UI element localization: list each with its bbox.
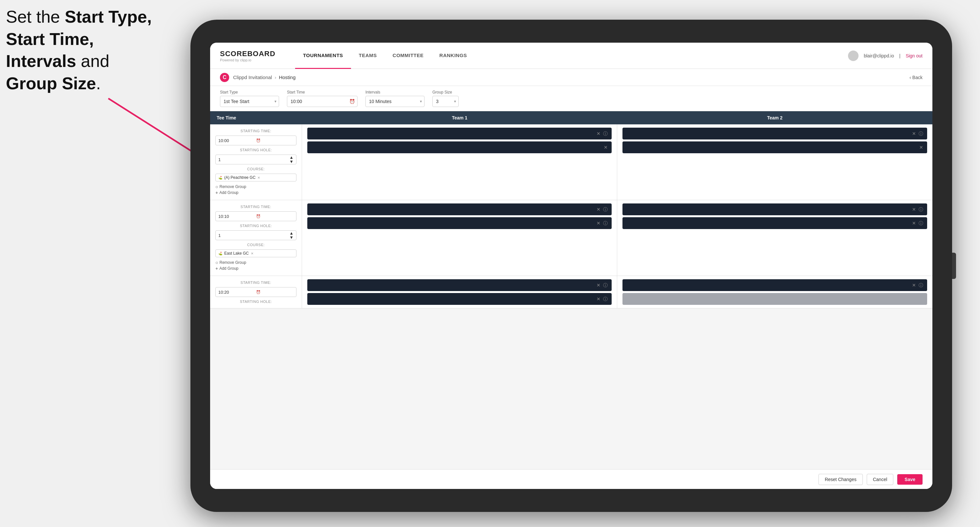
nav-committee[interactable]: COMMITTEE — [385, 43, 432, 69]
breadcrumb: Clippd Invitational › Hosting — [233, 75, 296, 80]
start-time-group: Start Time ⏰ — [287, 90, 358, 107]
table-header: Tee Time Team 1 Team 2 — [210, 111, 932, 124]
annotation-period: . — [96, 74, 100, 93]
breadcrumb-separator: › — [274, 75, 276, 80]
breadcrumb-current: Hosting — [279, 75, 296, 80]
group3-team2: ✕ ⓘ — [617, 276, 932, 308]
tablet-side-button — [952, 253, 956, 279]
player-info-btn[interactable]: ⓘ — [919, 283, 923, 287]
course-remove-btn[interactable]: ✕ — [258, 176, 260, 179]
separator: | — [899, 53, 900, 59]
footer-bar: Reset Changes Cancel Save — [210, 469, 932, 489]
player-info-btn[interactable]: ⓘ — [919, 131, 923, 136]
group-row-2: STARTING TIME: 10:10 ⏰ STARTING HOLE: 1 … — [210, 200, 932, 276]
group2-team1: ✕ ⓘ ✕ ⓘ — [302, 200, 617, 276]
add-group-btn[interactable]: + Add Group — [215, 266, 296, 271]
start-type-select[interactable]: 1st Tee Start Shotgun Start — [220, 96, 279, 107]
player-info-btn[interactable]: ⓘ — [919, 221, 923, 225]
group-size-select-wrapper: 3 2 4 — [433, 96, 459, 107]
clock-icon-sm: ⏰ — [256, 214, 294, 219]
group-size-label: Group Size — [433, 90, 459, 95]
start-type-label: Start Type — [220, 90, 279, 95]
group3-left-panel: STARTING TIME: 10:20 ⏰ STARTING HOLE: — [210, 276, 302, 308]
player-info-btn[interactable]: ⓘ — [603, 207, 608, 212]
group3-team1-player1: ✕ ⓘ — [307, 279, 612, 291]
player-remove-btn[interactable]: ✕ — [597, 207, 600, 212]
player-remove-btn[interactable]: ✕ — [912, 221, 916, 225]
course-remove-btn[interactable]: ✕ — [251, 252, 253, 255]
logo-text: SCOREBOARD — [220, 49, 275, 58]
player-remove-btn[interactable]: ✕ — [604, 145, 608, 150]
group3-starting-time-input[interactable]: 10:20 ⏰ — [215, 287, 296, 297]
player-remove-btn[interactable]: ✕ — [912, 283, 916, 287]
player-remove-btn[interactable]: ✕ — [912, 131, 916, 136]
logo-area: SCOREBOARD Powered by clipp.io — [220, 49, 275, 62]
group1-team1: ✕ ⓘ ✕ — [302, 124, 617, 200]
group-row-1: STARTING TIME: 10:00 ⏰ STARTING HOLE: 1 … — [210, 124, 932, 200]
player-info-btn[interactable]: ⓘ — [603, 221, 608, 225]
avatar — [848, 51, 859, 61]
nav-teams[interactable]: TEAMS — [351, 43, 385, 69]
group1-starting-hole-label: STARTING HOLE: — [215, 148, 296, 152]
annotation-line1: Set the — [6, 7, 65, 26]
nav-rankings[interactable]: RANKINGS — [431, 43, 475, 69]
sign-out-link[interactable]: Sign out — [906, 53, 923, 59]
player-remove-btn[interactable]: ✕ — [597, 297, 600, 301]
player-remove-btn[interactable]: ✕ — [919, 145, 923, 150]
player-info-btn[interactable]: ⓘ — [603, 283, 608, 287]
logo-sub: Powered by clipp.io — [220, 58, 275, 62]
user-email: blair@clippd.io — [864, 53, 894, 59]
group1-course-tag: ⛳ (A) Peachtree GC ✕ — [215, 174, 296, 181]
player-remove-btn[interactable]: ✕ — [597, 283, 600, 287]
group1-team2: ✕ ⓘ ✕ — [617, 124, 932, 200]
player-info-btn[interactable]: ⓘ — [603, 131, 608, 136]
group2-team2-player2: ✕ ⓘ — [622, 217, 927, 229]
content-area: Tee Time Team 1 Team 2 STARTING TIME: 10… — [210, 111, 932, 469]
controls-bar: Start Type 1st Tee Start Shotgun Start S… — [210, 86, 932, 111]
group3-team2-player1: ✕ ⓘ — [622, 279, 927, 291]
group-size-group: Group Size 3 2 4 — [433, 90, 459, 107]
group2-left-panel: STARTING TIME: 10:10 ⏰ STARTING HOLE: 1 … — [210, 200, 302, 276]
remove-group-btn[interactable]: ○ Remove Group — [215, 260, 296, 265]
add-group-btn[interactable]: + Add Group — [215, 190, 296, 195]
annotation-bold3: Intervals — [6, 51, 76, 71]
group2-team1-player2: ✕ ⓘ — [307, 217, 612, 229]
golf-icon: ⛳ — [218, 252, 222, 255]
back-button[interactable]: ‹ Back — [909, 75, 923, 80]
group1-left-panel: STARTING TIME: 10:00 ⏰ STARTING HOLE: 1 … — [210, 124, 302, 200]
player-remove-btn[interactable]: ✕ — [597, 131, 600, 136]
group1-team1-player1: ✕ ⓘ — [307, 128, 612, 140]
annotation-bold1: Start Type, — [65, 7, 152, 26]
golf-icon: ⛳ — [218, 176, 222, 179]
group1-team2-player1: ✕ ⓘ — [622, 128, 927, 140]
start-type-group: Start Type 1st Tee Start Shotgun Start — [220, 90, 279, 107]
intervals-select[interactable]: 10 Minutes 8 Minutes 12 Minutes — [365, 96, 425, 107]
player-info-btn[interactable]: ⓘ — [603, 297, 608, 301]
annotation-text: Set the Start Type, Start Time, Interval… — [6, 6, 196, 95]
group2-starting-time-label: STARTING TIME: — [215, 205, 296, 209]
group1-starting-hole-select[interactable]: 1 ▲▼ — [215, 154, 296, 164]
cancel-button[interactable]: Cancel — [867, 474, 894, 485]
group2-starting-hole-select[interactable]: 1 ▲▼ — [215, 230, 296, 240]
intervals-group: Intervals 10 Minutes 8 Minutes 12 Minute… — [365, 90, 425, 107]
player-remove-btn[interactable]: ✕ — [597, 221, 600, 225]
nav-items: TOURNAMENTS TEAMS COMMITTEE RANKINGS — [295, 43, 848, 69]
remove-group-btn[interactable]: ○ Remove Group — [215, 184, 296, 189]
start-time-input[interactable] — [287, 96, 358, 107]
player-info-btn[interactable]: ⓘ — [919, 207, 923, 212]
tablet-frame: SCOREBOARD Powered by clipp.io TOURNAMEN… — [191, 20, 952, 512]
reset-changes-button[interactable]: Reset Changes — [818, 474, 863, 485]
nav-tournaments[interactable]: TOURNAMENTS — [295, 43, 351, 69]
clock-icon-sm: ⏰ — [256, 290, 294, 294]
navigation-bar: SCOREBOARD Powered by clipp.io TOURNAMEN… — [210, 43, 932, 69]
group1-starting-time-input[interactable]: 10:00 ⏰ — [215, 135, 296, 145]
group1-actions: ○ Remove Group + Add Group — [215, 184, 296, 195]
group1-team1-player2: ✕ — [307, 141, 612, 153]
group2-starting-time-input[interactable]: 10:10 ⏰ — [215, 211, 296, 221]
player-remove-btn[interactable]: ✕ — [912, 207, 916, 212]
save-button[interactable]: Save — [897, 474, 923, 485]
nav-right: blair@clippd.io | Sign out — [848, 51, 923, 61]
group1-course-name: (A) Peachtree GC — [224, 175, 255, 180]
group2-actions: ○ Remove Group + Add Group — [215, 260, 296, 271]
group-size-select[interactable]: 3 2 4 — [433, 96, 459, 107]
